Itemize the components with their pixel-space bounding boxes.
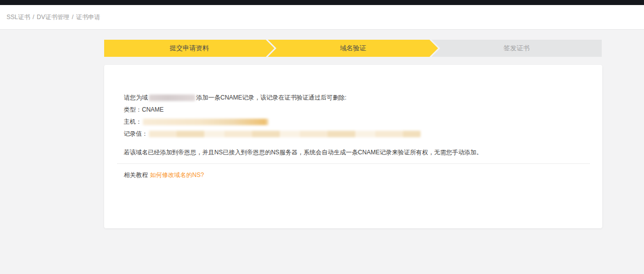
record-type-line: 类型：CNAME [124, 106, 602, 114]
record-value-line: 记录值： [124, 130, 602, 138]
record-type-label: 类型： [124, 106, 142, 113]
breadcrumb-item-dv-manage[interactable]: DV证书管理 [37, 13, 69, 22]
breadcrumb-separator: / [33, 14, 34, 21]
dotted-divider [117, 163, 590, 164]
step-issue-cert: 签发证书 [432, 40, 602, 57]
modify-ns-link[interactable]: 如何修改域名的NS? [150, 171, 204, 178]
step-domain-verify: 域名验证 [268, 40, 438, 57]
cname-instruction-panel: 请您为域添加一条CNAME记录，该记录在证书验证通过后可删除: 类型：CNAME… [104, 65, 602, 228]
redacted-record-value [149, 131, 421, 137]
intro-prefix: 请您为域 [124, 94, 148, 101]
tutorial-line: 相关教程如何修改域名的NS? [104, 171, 602, 179]
top-black-bar [0, 0, 644, 5]
tutorial-label: 相关教程 [124, 171, 148, 178]
record-value-label: 记录值： [124, 130, 148, 137]
redacted-domain [149, 95, 195, 101]
record-host-line: 主机： [124, 118, 602, 126]
progress-stepper: 提交申请资料 域名验证 签发证书 [104, 40, 602, 57]
breadcrumb: SSL证书 / DV证书管理 / 证书申请 [0, 5, 644, 30]
record-type-value: CNAME [142, 106, 164, 113]
step-submit-info: 提交申请资料 [104, 40, 274, 57]
redacted-host-value [143, 119, 269, 125]
intro-suffix: 添加一条CNAME记录，该记录在证书验证通过后可删除: [196, 94, 347, 101]
record-host-label: 主机： [124, 118, 142, 125]
main-area: 提交申请资料 域名验证 签发证书 请您为域添加一条CNAME记录，该记录在证书验… [0, 30, 644, 228]
breadcrumb-item-ssl[interactable]: SSL证书 [7, 13, 30, 22]
breadcrumb-item-apply: 证书申请 [76, 13, 100, 22]
intro-line: 请您为域添加一条CNAME记录，该记录在证书验证通过后可删除: [124, 94, 602, 102]
auto-generate-note: 若该域名已经添加到帝恩思，并且NS已接入到帝恩思的NS服务器，系统会自动生成一条… [124, 148, 602, 157]
breadcrumb-separator: / [72, 14, 73, 21]
